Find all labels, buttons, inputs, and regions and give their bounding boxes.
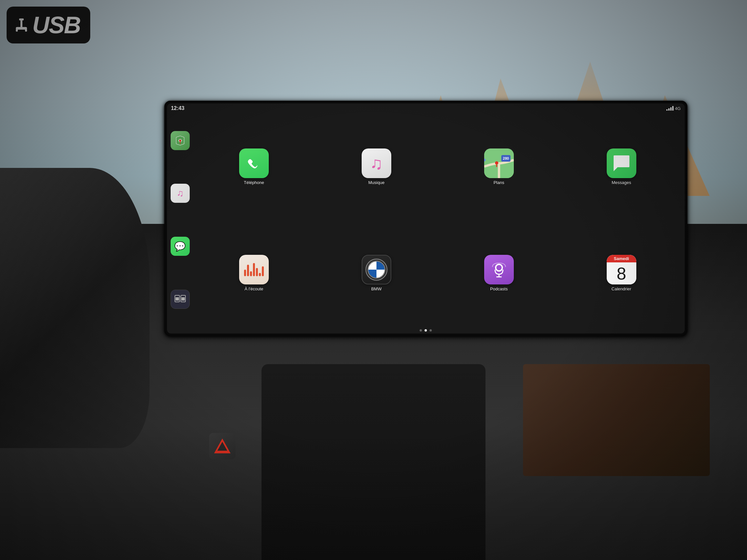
svg-rect-0 [19,19,24,20]
telephone-label: Téléphone [244,180,264,185]
bmw-svg [365,258,388,281]
maps-svg: 280 [484,149,514,178]
app-grid: Téléphone ♫ Musique [194,113,685,327]
signal-bars-icon [666,106,674,111]
bmw-icon [362,255,391,285]
hazard-button[interactable] [209,433,235,459]
calendar-header: Samedi [607,255,636,262]
plans-label: Plans [493,180,504,185]
console-center [261,364,486,560]
dashboard-left [0,168,150,448]
app-plans[interactable]: 280 Plans [440,115,558,218]
app-calendrier[interactable]: Samedi 8 Calendrier [562,222,681,325]
sidebar-item-music[interactable]: ♫ [171,184,190,203]
app-alecoute[interactable]: À l'écoute [195,222,313,325]
carplay-screen: 12:43 4G [167,103,685,333]
podcasts-icon [484,255,514,285]
music-small-icon: ♫ [177,188,183,198]
svg-rect-7 [176,297,179,300]
messages-small-icon: 💬 [174,241,186,252]
sidebar: ♫ 💬 [167,113,194,327]
app-musique[interactable]: ♫ Musique [317,115,436,218]
musique-label: Musique [368,180,384,185]
calendar-body: 8 [607,262,636,285]
sidebar-item-messages[interactable]: 💬 [171,237,190,256]
svg-point-13 [495,161,498,165]
usb-badge: USB [7,7,90,44]
svg-rect-9 [181,297,185,300]
telephone-icon [239,149,269,178]
svg-rect-4 [25,29,27,32]
simcard-icon [174,295,186,304]
hazard-triangle-icon [214,438,231,453]
svg-rect-1 [20,20,22,27]
page-dot-1[interactable] [420,329,422,331]
svg-point-17 [496,264,502,271]
screen-bezel: 12:43 4G [164,101,687,336]
page-dot-3[interactable] [430,329,432,331]
calendar-inner: Samedi 8 [607,255,636,285]
messages-svg [612,155,631,172]
calendrier-label: Calendrier [612,287,632,291]
musique-icon: ♫ [362,149,391,178]
usb-plug-icon [13,19,30,32]
status-signal: 4G [666,106,680,111]
phone-svg [246,155,262,172]
page-dots [167,327,685,334]
status-bar: 12:43 4G [167,103,685,113]
podcasts-svg [490,260,508,279]
signal-label: 4G [675,106,680,111]
alecoute-icon [239,255,269,285]
svg-text:280: 280 [503,156,509,160]
calendrier-icon: Samedi 8 [607,255,636,285]
page-dot-2[interactable] [424,329,427,331]
calendar-day: 8 [617,265,626,282]
usb-label: USB [32,11,80,38]
messages-label: Messages [612,180,631,185]
wood-trim [523,364,710,476]
app-messages[interactable]: Messages [562,115,681,218]
alecoute-label: À l'écoute [245,287,263,291]
bmw-label: BMW [371,287,382,291]
messages-icon [607,149,636,178]
waveform-icon [244,263,264,276]
maps-small-icon [174,135,186,146]
screen-main: ♫ 💬 [167,113,685,327]
svg-rect-3 [16,29,18,32]
sidebar-item-home[interactable] [171,290,190,309]
status-time: 12:43 [171,105,184,111]
music-note-icon: ♫ [370,155,383,172]
app-telephone[interactable]: Téléphone [195,115,313,218]
app-podcasts[interactable]: Podcasts [440,222,558,325]
app-bmw[interactable]: BMW [317,222,436,325]
sidebar-item-maps[interactable] [171,131,190,150]
plans-icon: 280 [484,149,514,178]
podcasts-label: Podcasts [490,287,508,291]
